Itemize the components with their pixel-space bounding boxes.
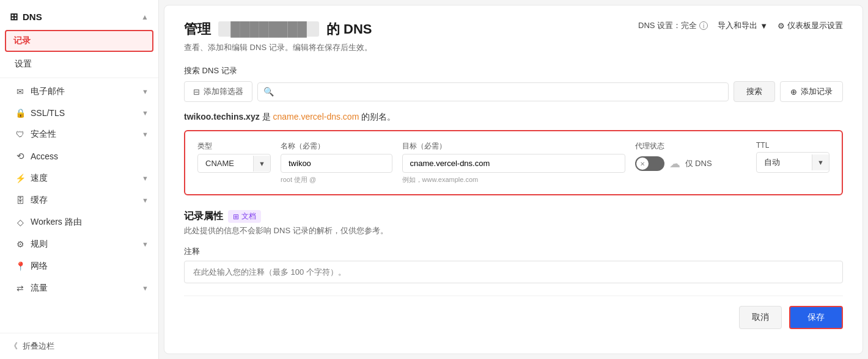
- workers-icon: ◇: [15, 217, 26, 227]
- page-title: 管理 ████████ 的 DNS: [184, 20, 372, 38]
- cloud-icon: ☁: [669, 157, 680, 170]
- ttl-select[interactable]: 自动 ▼: [756, 152, 829, 173]
- collapse-sidebar-button[interactable]: 《 折叠边栏: [0, 333, 158, 359]
- rules-label: 规则: [31, 239, 48, 250]
- traffic-label: 流量: [31, 283, 48, 294]
- record-form: 类型 CNAME ▼ 名称（必需） root 使用 @ 目标（必需） 例如，ww…: [184, 130, 843, 195]
- filter-button[interactable]: ⊟ 添加筛选器: [184, 81, 252, 102]
- domain-placeholder: ████████: [218, 21, 319, 37]
- header-actions: DNS 设置：完全 i 导入和导出 ▼ ⚙ 仪表板显示设置: [638, 20, 843, 31]
- dns-setting: DNS 设置：完全 i: [638, 20, 708, 31]
- properties-title: 记录属性 ⊞ 文档: [184, 210, 843, 223]
- type-value: CNAME: [198, 154, 253, 172]
- sidebar-item-records[interactable]: 记录: [5, 30, 153, 52]
- dropdown-arrow-icon: ▼: [760, 21, 768, 31]
- name-hint: root 使用 @: [281, 175, 392, 184]
- dns-only-label: 仅 DNS: [685, 158, 712, 169]
- speed-label: 速度: [31, 173, 48, 184]
- security-label: 安全性: [31, 129, 56, 140]
- cache-icon: 🗄: [15, 195, 26, 205]
- security-arrow-icon: ▼: [142, 131, 149, 138]
- footer-actions: 取消 保存: [184, 306, 843, 329]
- network-label: 网络: [31, 261, 48, 272]
- doc-icon: ⊞: [233, 212, 239, 221]
- ssl-arrow-icon: ▼: [142, 109, 149, 117]
- search-label: 搜索 DNS 记录: [184, 65, 843, 76]
- traffic-arrow-icon: ▼: [142, 285, 149, 292]
- email-arrow-icon: ▼: [142, 88, 149, 95]
- email-icon: ✉: [15, 87, 26, 96]
- access-label: Access: [31, 151, 58, 161]
- dashboard-settings-button[interactable]: ⚙ 仪表板显示设置: [778, 20, 843, 31]
- traffic-icon: ⇄: [15, 283, 26, 293]
- sidebar-item-network[interactable]: 📍 网络: [0, 255, 158, 277]
- cname-target: cname.vercel-dns.com: [273, 112, 359, 121]
- target-hint: 例如，www.example.com: [402, 175, 625, 184]
- cname-info: twikoo.techins.xyz 是 cname.vercel-dns.co…: [184, 112, 843, 123]
- type-select[interactable]: CNAME ▼: [197, 154, 271, 173]
- type-label: 类型: [197, 141, 271, 151]
- speed-icon: ⚡: [15, 173, 26, 183]
- doc-badge[interactable]: ⊞ 文档: [228, 210, 261, 223]
- save-button[interactable]: 保存: [789, 306, 843, 329]
- proxy-group: 代理状态 ✕ ☁ 仅 DNS: [635, 141, 747, 171]
- access-icon: ⟲: [15, 151, 26, 162]
- search-row: ⊟ 添加筛选器 🔍 搜索 ⊕ 添加记录: [184, 81, 843, 102]
- sidebar-item-security[interactable]: 🛡 安全性 ▼: [0, 123, 158, 145]
- collapse-icon: 《: [10, 341, 18, 352]
- page-subtitle: 查看、添加和编辑 DNS 记录。编辑将在保存后生效。: [184, 42, 843, 53]
- sidebar-item-workers[interactable]: ◇ Workers 路由: [0, 211, 158, 233]
- proxy-toggle[interactable]: ✕: [635, 156, 664, 171]
- sidebar-item-email[interactable]: ✉ 电子邮件 ▼: [0, 81, 158, 103]
- target-group: 目标（必需） 例如，www.example.com: [402, 141, 625, 184]
- x-icon: ✕: [640, 161, 645, 167]
- sidebar-item-settings[interactable]: 设置: [0, 53, 158, 75]
- properties-description: 此处提供的信息不会影响 DNS 记录的解析，仅供您参考。: [184, 225, 843, 236]
- info-icon[interactable]: i: [699, 21, 708, 30]
- ttl-dropdown-icon[interactable]: ▼: [812, 154, 829, 170]
- search-input[interactable]: [257, 82, 729, 101]
- target-input[interactable]: [402, 154, 625, 173]
- name-input[interactable]: [281, 154, 392, 173]
- sidebar-item-rules[interactable]: ⚙ 规则 ▼: [0, 233, 158, 255]
- notes-input[interactable]: [184, 261, 843, 283]
- sidebar-item-traffic[interactable]: ⇄ 流量 ▼: [0, 277, 158, 299]
- add-record-button[interactable]: ⊕ 添加记录: [780, 81, 843, 102]
- ttl-group: TTL 自动 ▼: [756, 141, 829, 173]
- name-label: 名称（必需）: [281, 141, 392, 151]
- properties-section: 记录属性 ⊞ 文档 此处提供的信息不会影响 DNS 记录的解析，仅供您参考。 注…: [184, 210, 843, 283]
- shield-icon: 🛡: [15, 129, 26, 139]
- plus-icon: ⊕: [790, 87, 797, 96]
- notes-label: 注释: [184, 246, 843, 257]
- toggle-knob: ✕: [636, 158, 649, 170]
- rules-arrow-icon: ▼: [142, 241, 149, 248]
- sidebar-item-access[interactable]: ⟲ Access: [0, 145, 158, 167]
- sidebar: ⊞ DNS ▲ 记录 设置 ✉ 电子邮件 ▼ 🔒 SSL/TLS ▼ 🛡 安全性…: [0, 0, 159, 359]
- proxy-label: 代理状态: [635, 141, 747, 151]
- filter-icon: ⊟: [193, 87, 200, 96]
- main-header: 管理 ████████ 的 DNS DNS 设置：完全 i 导入和导出 ▼ ⚙ …: [184, 20, 843, 38]
- cache-arrow-icon: ▼: [142, 197, 149, 204]
- ttl-label: TTL: [756, 141, 829, 150]
- proxy-row: ✕ ☁ 仅 DNS: [635, 154, 747, 171]
- rules-icon: ⚙: [15, 239, 26, 249]
- main-content: 管理 ████████ 的 DNS DNS 设置：完全 i 导入和导出 ▼ ⚙ …: [164, 5, 863, 354]
- settings-label: 设置: [15, 59, 32, 70]
- cache-label: 缓存: [31, 195, 48, 206]
- export-button[interactable]: 导入和导出 ▼: [718, 20, 768, 31]
- network-icon: 📍: [15, 261, 26, 271]
- ssl-label: SSL/TLS: [31, 108, 65, 118]
- lock-icon: 🔒: [15, 108, 26, 118]
- sidebar-item-cache[interactable]: 🗄 缓存 ▼: [0, 189, 158, 211]
- target-label: 目标（必需）: [402, 141, 625, 151]
- sidebar-item-ssl[interactable]: 🔒 SSL/TLS ▼: [0, 103, 158, 123]
- email-label: 电子邮件: [31, 86, 65, 97]
- collapse-arrow-icon[interactable]: ▲: [141, 13, 149, 21]
- sidebar-section-label: DNS: [23, 12, 42, 22]
- search-button[interactable]: 搜索: [734, 81, 775, 102]
- sidebar-item-speed[interactable]: ⚡ 速度 ▼: [0, 167, 158, 189]
- divider-1: [0, 78, 158, 78]
- cancel-button[interactable]: 取消: [739, 306, 782, 329]
- type-dropdown-icon[interactable]: ▼: [253, 156, 270, 172]
- footer-divider: [184, 296, 843, 296]
